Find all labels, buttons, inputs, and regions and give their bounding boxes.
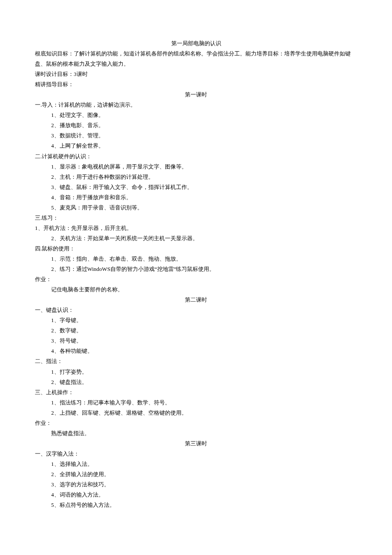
l1-s3-item-1: 2、关机方法：开始菜单一关闭系统一关闭主机一关显示器。	[35, 233, 357, 244]
document-page: 第一局部电脑的认识 根底知识目标：了解计算机的功能，知道计算机各部件的组成和名称…	[0, 0, 392, 555]
l1-s1-item-1: 1、处理文字、图像。	[35, 110, 357, 120]
intro-line-2: 课时设计目标：3课时	[35, 69, 357, 79]
l3-s1-item-3: 3、选字的方法和技巧。	[35, 479, 357, 490]
lesson3-heading: 第三课时	[35, 439, 357, 449]
intro-line-1: 根底知识目标：了解计算机的功能，知道计算机各部件的组成和名称。学会指法分工。能力…	[35, 49, 357, 69]
lesson2-heading: 第二课时	[35, 295, 357, 305]
lesson1-heading: 第一课时	[35, 90, 357, 100]
l1-s1-item-2: 2、播放电影、音乐。	[35, 120, 357, 131]
l2-s1-head: 一、键盘认识：	[35, 305, 357, 315]
l1-s2-item-3: 3、键盘、鼠标：用于输入文字、命令，指挥计算机工作。	[35, 182, 357, 192]
l2-s2-head: 二、指法：	[35, 356, 357, 366]
l1-s1-item-4: 4、上网了解全世界。	[35, 141, 357, 151]
l1-s1-item-3: 3、数据统计、管理。	[35, 131, 357, 141]
l2-s1-item-3: 3、符号键。	[35, 336, 357, 346]
l1-s4-head: 四.鼠标的使用：	[35, 244, 357, 254]
l1-homework-head: 作业：	[35, 274, 357, 285]
l2-s3-item-2: 2、上挡键、回车键、光标键、退格键、空格键的使用。	[35, 408, 357, 418]
l2-homework-head: 作业：	[35, 418, 357, 428]
l2-s3-head: 三、上机操作：	[35, 387, 357, 398]
l1-homework-item-1: 记住电脑各主要部件的名称。	[35, 285, 357, 295]
l1-s2-item-4: 4、音箱：用于播放声音和音乐。	[35, 192, 357, 203]
l1-s2-item-2: 2、主机：用于进行各种数据的计算处理。	[35, 172, 357, 182]
l1-s4-item-2: 2、练习：通过WindoWS自带的智力小游戏“挖地雷”练习鼠标使用。	[35, 264, 357, 274]
l3-s1-item-4: 4、词语的输入方法。	[35, 490, 357, 500]
l1-s2-item-5: 5、麦克风：用于录音、语音识别等。	[35, 203, 357, 213]
l2-homework-item-1: 熟悉键盘指法。	[35, 428, 357, 439]
intro-line-3: 精讲指导目标：	[35, 79, 357, 90]
l1-s4-item-1: 1、示范：指向、单击、右单击、双击、拖动、拖放。	[35, 254, 357, 264]
l2-s1-item-4: 4、各种功能键。	[35, 346, 357, 356]
l2-s2-item-2: 2、键盘指法。	[35, 377, 357, 387]
l1-s2-item-1: 1、显示器：象电视机的屏幕，用于显示文字、图像等。	[35, 162, 357, 172]
l1-s3-item-top: 1、开机方法：先开显示器，后开主机。	[35, 223, 357, 233]
l3-s1-item-1: 1、选择输入法。	[35, 459, 357, 469]
main-title: 第一局部电脑的认识	[35, 38, 357, 49]
l2-s1-item-2: 2、数字键。	[35, 325, 357, 336]
l3-s1-head: 一、汉字输入法：	[35, 449, 357, 459]
l1-s3-head: 三.练习：	[35, 213, 357, 223]
l3-s1-item-5: 5、标点符号的输入方法。	[35, 500, 357, 510]
l1-s1-head: 一.导入：计算机的功能，边讲解边演示。	[35, 100, 357, 110]
l3-s1-item-2: 2、全拼输入法的使用。	[35, 469, 357, 479]
l2-s3-item-1: 1、指法练习：用记事本输入字母、数学、符号。	[35, 398, 357, 408]
l2-s2-item-1: 1、打字姿势。	[35, 367, 357, 377]
l2-s1-item-1: 1、字母键。	[35, 315, 357, 325]
l1-s2-head: 二.计算机硬件的认识：	[35, 151, 357, 162]
